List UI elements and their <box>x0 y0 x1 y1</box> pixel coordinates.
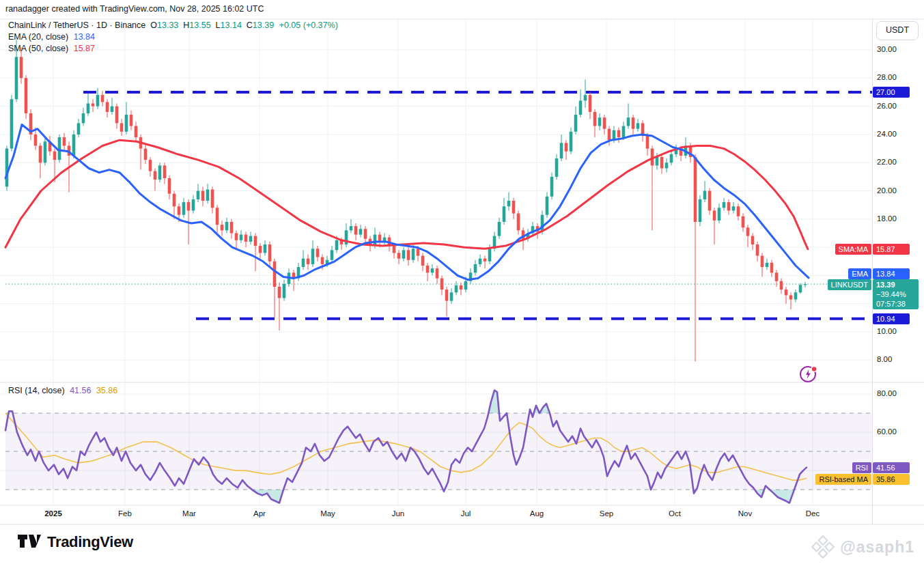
time-axis-tick[interactable]: May <box>320 509 335 518</box>
rsi-ma-label-badge: RSI-based MA <box>815 474 871 485</box>
price-axis-tick: 28.00 <box>877 73 897 81</box>
time-axis-tick[interactable]: Oct <box>669 509 681 518</box>
lightning-bolt-icon <box>798 364 819 384</box>
rsi-axis-tick: 80.00 <box>877 389 897 397</box>
author-watermark: @asaph1 <box>811 535 914 559</box>
sma-legend[interactable]: SMA (50, close) 15.87 <box>8 44 95 53</box>
sma-legend-value: 15.87 <box>74 44 95 53</box>
tradingview-chart-page: ranadagger created with TradingView.com,… <box>0 0 924 564</box>
price-axis-tick: 8.00 <box>877 355 892 363</box>
time-axis-tick[interactable]: Sep <box>600 509 613 518</box>
ema-legend[interactable]: EMA (20, close) 13.84 <box>8 32 95 42</box>
ema-legend-value: 13.84 <box>74 32 95 42</box>
currency-toggle-usdt[interactable]: USDT <box>876 21 919 40</box>
rsi-ma-value-badge: 35.86 <box>873 474 910 485</box>
ohlc-o: O13.33 <box>150 20 178 30</box>
ema-label-badge: EMA <box>848 268 871 279</box>
price-axis-tick: 10.00 <box>877 327 897 335</box>
watermark-text: @asaph1 <box>840 538 914 556</box>
price-axis-tick: 22.00 <box>877 158 897 166</box>
sma-legend-label: SMA (50, close) <box>8 44 68 53</box>
rsi-ma-legend-value: 35.86 <box>96 386 117 395</box>
time-axis-tick[interactable]: Dec <box>806 509 820 518</box>
level-low-price-badge: 10.94 <box>873 313 910 324</box>
price-axis-tick: 24.00 <box>877 130 897 138</box>
ema-legend-label: EMA (20, close) <box>8 32 68 42</box>
price-axis-tick: 30.00 <box>877 45 897 53</box>
price-axis-tick: 20.00 <box>877 186 897 195</box>
level-high-price-badge: 27.00 <box>873 87 910 98</box>
time-axis-tick[interactable]: Jun <box>392 509 405 518</box>
quick-trade-button[interactable] <box>798 364 819 384</box>
watermark-diamond-icon <box>811 535 835 559</box>
time-axis-tick[interactable]: Aug <box>530 509 544 518</box>
sma-value-badge: 15.87 <box>873 244 910 255</box>
tradingview-logo-text: TradingView <box>47 533 133 551</box>
tradingview-logo[interactable]: TradingView <box>18 533 133 551</box>
rsi-legend[interactable]: RSI (14, close) 41.56 35.86 <box>8 386 117 395</box>
sma-label-badge: SMA:MA <box>835 244 871 255</box>
symbol-label-badge: LINKUSDT <box>828 279 871 290</box>
price-axis-tick: 26.00 <box>877 102 897 110</box>
time-axis-tick[interactable]: Mar <box>182 509 196 518</box>
ohlc-l: L13.14 <box>216 20 242 30</box>
rsi-legend-value: 41.56 <box>70 386 91 395</box>
rsi-value-label-badge: RSI <box>852 462 871 473</box>
ema-value-badge: 13.84 <box>873 268 910 279</box>
change-value: +0.05 (+0.37%) <box>279 20 338 30</box>
symbol-title[interactable]: ChainLink / TetherUS · 1D · Binance <box>8 20 145 30</box>
time-axis-tick[interactable]: Apr <box>253 509 266 518</box>
rsi-value-badge: 41.56 <box>873 462 910 473</box>
time-axis-tick[interactable]: 2025 <box>44 509 62 518</box>
rsi-axis-tick: 60.00 <box>877 427 897 436</box>
time-axis-tick[interactable]: Jul <box>461 509 471 518</box>
time-axis-tick[interactable]: Nov <box>738 509 752 518</box>
ohlc-h: H13.55 <box>183 20 210 30</box>
ohlc-c: C13.39 <box>247 20 274 30</box>
rsi-legend-label: RSI (14, close) <box>8 386 65 395</box>
tradingview-logo-icon <box>18 534 41 550</box>
symbol-legend[interactable]: ChainLink / TetherUS · 1D · BinanceO13.3… <box>8 20 338 30</box>
ohlc-values: O13.33H13.55L13.14C13.39 <box>145 20 274 30</box>
symbol-price-countdown-badge: 13.39−39.44%07:57:38 <box>873 279 919 309</box>
price-axis-tick: 18.00 <box>877 214 897 223</box>
time-axis-tick[interactable]: Feb <box>118 509 132 518</box>
chart-canvas <box>0 0 924 564</box>
